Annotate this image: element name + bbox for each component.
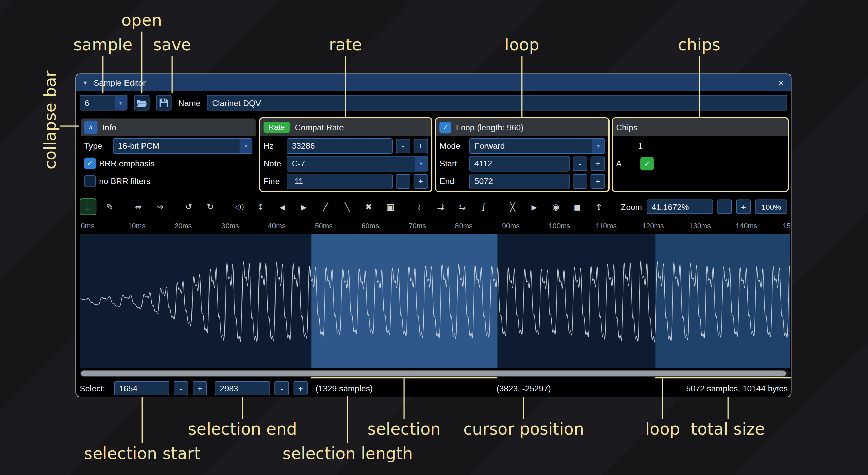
loop-end-plus-button[interactable]: + xyxy=(591,174,605,188)
rate-panel-title: Compat Rate xyxy=(295,123,344,132)
annotation-line-cursor-position xyxy=(523,397,524,419)
insert-silence-icon[interactable]: ≀ xyxy=(411,198,428,215)
collapse-bar-button[interactable]: ∧ xyxy=(84,121,97,134)
annotation-selection-start: selection start xyxy=(84,444,200,463)
chips-panel-title: Chips xyxy=(616,123,637,132)
ruler-label: 90ms xyxy=(502,222,520,230)
waveform-canvas[interactable] xyxy=(80,234,790,368)
loop-end-label: End xyxy=(439,176,466,186)
annotation-line-sample xyxy=(102,56,103,93)
apply-silence-icon[interactable]: ⇉ xyxy=(432,198,449,215)
stop-icon[interactable]: ■ xyxy=(569,198,586,215)
folder-open-icon xyxy=(136,99,147,107)
name-input[interactable]: Clarinet DQV xyxy=(207,95,787,111)
chips-panel: Chips 1 A ✓ xyxy=(612,117,789,192)
hz-input[interactable]: 33286 xyxy=(287,138,393,154)
waveform-scrollbar[interactable] xyxy=(80,370,790,377)
brr-emphasis-label: BRR emphasis xyxy=(99,159,154,168)
loop-end-input[interactable]: 5072 xyxy=(469,173,570,189)
titlebar: ▼ Sample Editor × xyxy=(76,74,791,91)
annotation-sample: sample xyxy=(73,35,133,54)
stretch-icon[interactable]: ⇆ xyxy=(454,198,471,215)
loop-enable-checkbox[interactable]: ✓ xyxy=(439,121,451,133)
panels-row: ∧ Info Type 16-bit PCM ▼ ✓ BRR emphasis xyxy=(76,117,791,192)
trim-icon[interactable]: ▣ xyxy=(382,198,399,215)
select-tool-icon[interactable]: ⌶ xyxy=(80,198,96,215)
selection-end-plus-button[interactable]: + xyxy=(294,381,308,395)
resize-icon[interactable]: ⇔ xyxy=(130,198,147,215)
preview-loop-icon[interactable]: ◉ xyxy=(548,198,564,215)
loop-start-plus-button[interactable]: + xyxy=(591,156,605,171)
filter-icon[interactable]: ∫ xyxy=(475,198,492,215)
loop-mode-label: Mode xyxy=(439,141,466,151)
hz-plus-button[interactable]: + xyxy=(414,139,428,153)
note-select-value: C-7 xyxy=(287,159,415,168)
hz-minus-button[interactable]: - xyxy=(396,139,410,153)
annotation-line-save xyxy=(172,56,173,93)
no-brr-filters-row: no BRR filters xyxy=(81,173,256,189)
status-row: Select: 1654 - + 2983 - + (1329 samples)… xyxy=(76,381,791,396)
note-select[interactable]: C-7 ▼ xyxy=(287,156,428,171)
rate-panel-header: Rate Compat Rate xyxy=(260,118,431,136)
normalize-icon[interactable]: ↕ xyxy=(252,198,269,215)
close-icon[interactable]: × xyxy=(778,76,784,88)
cursor-position-text: (3823, -25297) xyxy=(497,384,551,393)
redo-icon[interactable]: ↻ xyxy=(202,198,219,215)
selection-end-input[interactable]: 2983 xyxy=(215,381,270,395)
loop-start-input[interactable]: 4112 xyxy=(469,156,570,171)
loop-panel-title: Loop (length: 960) xyxy=(456,123,523,132)
chip-enable-checkbox[interactable]: ✓ xyxy=(640,157,654,170)
open-button[interactable] xyxy=(134,95,150,111)
fine-plus-button[interactable]: + xyxy=(414,174,428,188)
ruler-label: 120ms xyxy=(642,222,664,230)
delete-icon[interactable]: ✖ xyxy=(361,198,377,215)
invert-icon[interactable]: ▶ xyxy=(296,198,312,215)
info-panel: ∧ Info Type 16-bit PCM ▼ ✓ BRR emphasis xyxy=(80,117,257,192)
zoom-reset-button[interactable]: 100% xyxy=(755,200,787,214)
window-collapse-icon[interactable]: ▼ xyxy=(83,80,88,86)
selection-start-minus-button[interactable]: - xyxy=(174,381,188,395)
annotation-selection-end: selection end xyxy=(188,420,297,438)
sample-number-select[interactable]: 6 ▼ xyxy=(80,95,127,111)
loop-panel: ✓ Loop (length: 960) Mode Forward ▼ Star… xyxy=(435,117,610,192)
reverse-icon[interactable]: ◀ xyxy=(274,198,291,215)
rate-panel: Rate Compat Rate Hz 33286 - + Note C-7 ▼ xyxy=(259,117,432,192)
crossfade-icon[interactable]: ╳ xyxy=(504,198,521,215)
resample-icon[interactable]: ⇝ xyxy=(152,198,168,215)
chevron-down-icon: ▼ xyxy=(240,139,252,153)
chip-column-header: 1 xyxy=(638,141,643,151)
amplify-icon[interactable]: ◁)) xyxy=(231,198,248,215)
undo-icon[interactable]: ↺ xyxy=(181,198,197,215)
ruler-label: 20ms xyxy=(174,222,192,230)
loop-mode-value: Forward xyxy=(470,141,592,151)
brr-emphasis-checkbox[interactable]: ✓ xyxy=(84,158,96,169)
save-button[interactable] xyxy=(156,95,172,111)
loop-start-minus-button[interactable]: - xyxy=(573,156,587,171)
selection-start-plus-button[interactable]: + xyxy=(193,381,207,395)
loop-end-minus-button[interactable]: - xyxy=(573,174,587,188)
type-select[interactable]: 16-bit PCM ▼ xyxy=(113,138,252,154)
draw-tool-icon[interactable]: ✎ xyxy=(101,198,118,215)
fade-in-icon[interactable]: ╱ xyxy=(317,198,334,215)
selection-length-text: (1329 samples) xyxy=(316,384,373,393)
zoom-out-button[interactable]: - xyxy=(717,200,732,214)
fade-out-icon[interactable]: ╲ xyxy=(339,198,355,215)
scrollbar-thumb[interactable] xyxy=(81,370,786,376)
fine-input[interactable]: -11 xyxy=(287,173,393,189)
preview-icon[interactable]: ▶ xyxy=(526,198,542,215)
fine-minus-button[interactable]: - xyxy=(396,174,410,188)
no-brr-filters-checkbox[interactable] xyxy=(84,175,96,187)
import-icon[interactable]: ⇧ xyxy=(591,198,607,215)
ruler-label: 60ms xyxy=(362,222,379,230)
sample-toolbar: ⌶ ✎ ⇔ ⇝ ↺ ↻ ◁)) ↕ ◀ ▶ ╱ ╲ ✖ ▣ ≀ ⇉ ⇆ ∫ ╳ … xyxy=(76,198,791,216)
selection-start-input[interactable]: 1654 xyxy=(114,381,169,395)
type-label: Type xyxy=(84,141,110,151)
page-background: ▼ Sample Editor × 6 ▼ xyxy=(0,0,868,475)
selection-end-minus-button[interactable]: - xyxy=(274,381,289,395)
annotation-selection: selection xyxy=(368,420,441,438)
loop-mode-select[interactable]: Forward ▼ xyxy=(469,138,605,154)
time-ruler: 0ms 10ms 20ms 30ms 40ms 50ms 60ms 70ms 8… xyxy=(80,219,790,233)
zoom-input[interactable]: 41.1672% xyxy=(647,200,713,214)
zoom-in-button[interactable]: + xyxy=(736,200,751,214)
note-label: Note xyxy=(264,159,284,168)
